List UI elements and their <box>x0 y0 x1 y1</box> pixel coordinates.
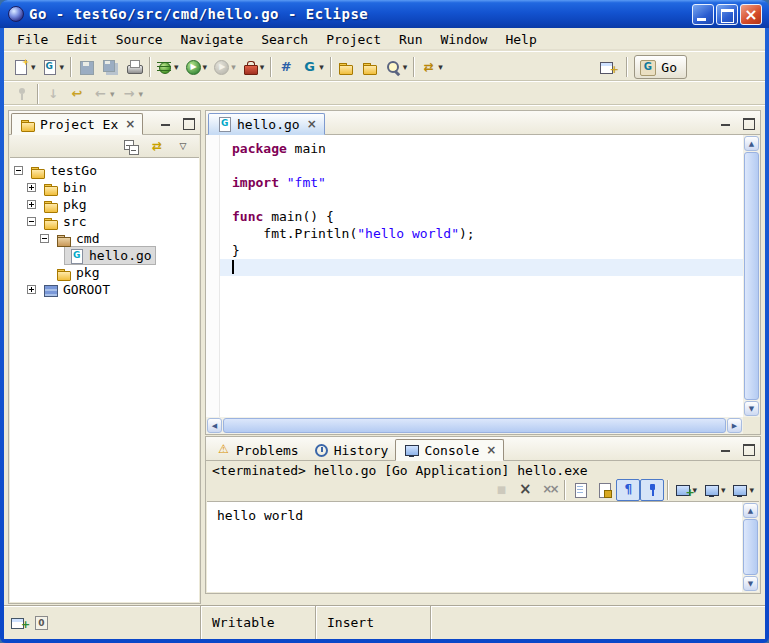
new-go-element-button[interactable]: ▾ <box>39 56 68 78</box>
new-console-view-button[interactable]: ▾ <box>728 479 757 501</box>
dropdown-arrow-icon[interactable]: ▾ <box>60 62 65 72</box>
minimize-window-button[interactable] <box>692 4 714 25</box>
code-line[interactable] <box>220 157 743 174</box>
pin-editor-button[interactable] <box>10 83 34 105</box>
tree-row[interactable]: testGo <box>10 162 199 179</box>
title-bar[interactable]: Go - testGo/src/cmd/hello.go - Eclipse <box>0 0 769 28</box>
tree-expander-icon[interactable] <box>14 166 23 175</box>
editor-horizontal-scrollbar[interactable] <box>206 417 743 434</box>
new-go-app-button[interactable] <box>274 56 298 78</box>
tree-row[interactable]: pkg <box>10 196 199 213</box>
close-tab-icon[interactable]: × <box>486 444 496 456</box>
forward-button[interactable]: ▾ <box>118 83 147 105</box>
code-line[interactable]: } <box>220 242 743 259</box>
dropdown-arrow-icon[interactable]: ▾ <box>721 485 726 495</box>
open-perspective-button[interactable] <box>595 56 619 78</box>
next-annotation-button[interactable] <box>41 83 65 105</box>
link-with-editor-button[interactable] <box>145 135 169 157</box>
tree-row[interactable]: hello.go <box>10 247 199 264</box>
tree-item[interactable]: hello.go <box>65 247 155 264</box>
dropdown-arrow-icon[interactable]: ▾ <box>403 62 408 72</box>
print-button[interactable] <box>122 56 146 78</box>
tree-item[interactable]: pkg <box>39 196 89 213</box>
menu-help[interactable]: Help <box>496 29 545 50</box>
dropdown-arrow-icon[interactable]: ▾ <box>260 62 265 72</box>
scroll-down-icon[interactable] <box>743 576 758 591</box>
go-perspective-button[interactable]: Go <box>634 55 687 79</box>
code-line[interactable]: package main <box>220 140 743 157</box>
save-button[interactable] <box>74 56 98 78</box>
tree-expander-icon[interactable] <box>40 234 49 243</box>
annotation-ruler[interactable] <box>206 135 220 417</box>
tree-expander-icon[interactable] <box>27 217 36 226</box>
tree-expander-icon[interactable] <box>27 285 36 294</box>
dropdown-arrow-icon[interactable]: ▾ <box>174 62 179 72</box>
close-tab-icon[interactable]: × <box>307 118 317 130</box>
scroll-lock-button[interactable] <box>592 479 616 501</box>
code-line[interactable] <box>220 259 743 276</box>
tree-item[interactable]: cmd <box>52 230 102 247</box>
maximize-window-button[interactable] <box>716 4 738 25</box>
scroll-down-icon[interactable] <box>744 401 759 416</box>
tree-row[interactable]: cmd <box>10 230 199 247</box>
code-line[interactable]: func main() { <box>220 208 743 225</box>
tab-console[interactable]: Console× <box>395 439 504 461</box>
minimize-console-button[interactable] <box>716 441 735 456</box>
remove-launch-button[interactable] <box>513 479 537 501</box>
team-sync-button[interactable]: ▾ <box>417 56 446 78</box>
display-console-button[interactable]: ▾ <box>700 479 729 501</box>
save-all-button[interactable] <box>98 56 122 78</box>
editor-body[interactable]: package mainimport "fmt"func main() { fm… <box>206 135 760 434</box>
go-wizard-button[interactable]: ▾ <box>298 56 327 78</box>
view-menu-button[interactable] <box>171 135 195 157</box>
scrollbar-thumb[interactable] <box>744 152 759 400</box>
remove-all-button[interactable] <box>537 479 561 501</box>
menu-window[interactable]: Window <box>431 29 496 50</box>
code-line[interactable] <box>220 191 743 208</box>
new-wizard-button[interactable]: ▾ <box>10 56 39 78</box>
external-tools-button[interactable]: ▾ <box>239 56 268 78</box>
code-line[interactable]: import "fmt" <box>220 174 743 191</box>
tree-item[interactable]: pkg <box>52 264 102 281</box>
dropdown-arrow-icon[interactable]: ▾ <box>139 89 144 99</box>
menu-file[interactable]: File <box>8 29 57 50</box>
menu-source[interactable]: Source <box>107 29 172 50</box>
tree-row[interactable]: pkg <box>10 264 199 281</box>
minimize-editor-button[interactable] <box>716 115 735 130</box>
maximize-editor-button[interactable] <box>738 115 757 130</box>
debug-button[interactable]: ▾ <box>153 56 182 78</box>
console-vertical-scrollbar[interactable] <box>742 502 759 592</box>
dropdown-arrow-icon[interactable]: ▾ <box>231 62 236 72</box>
minimize-view-button[interactable] <box>156 115 175 130</box>
tree-item[interactable]: testGo <box>26 162 100 179</box>
open-console-button[interactable]: ▾ <box>671 479 700 501</box>
scroll-left-icon[interactable] <box>207 418 222 433</box>
tree-item[interactable]: GOROOT <box>39 281 113 298</box>
dropdown-arrow-icon[interactable]: ▾ <box>749 485 754 495</box>
back-button[interactable]: ▾ <box>89 83 118 105</box>
word-wrap-button[interactable] <box>616 479 640 501</box>
close-window-button[interactable] <box>740 4 762 25</box>
close-tab-icon[interactable]: × <box>125 118 135 130</box>
run-last-button[interactable]: ▾ <box>210 56 239 78</box>
menu-project[interactable]: Project <box>317 29 390 50</box>
last-edit-location-button[interactable] <box>65 83 89 105</box>
code-area[interactable]: package mainimport "fmt"func main() { fm… <box>220 135 743 417</box>
tree-expander-icon[interactable] <box>27 200 36 209</box>
fast-view-icon[interactable] <box>10 615 27 631</box>
collapse-all-button[interactable] <box>119 135 143 157</box>
console-output[interactable]: hello world <box>207 501 759 592</box>
dropdown-arrow-icon[interactable]: ▾ <box>31 62 36 72</box>
dropdown-arrow-icon[interactable]: ▾ <box>438 62 443 72</box>
maximize-view-button[interactable] <box>178 115 197 130</box>
menu-run[interactable]: Run <box>390 29 431 50</box>
terminate-button[interactable] <box>489 479 513 501</box>
scrollbar-thumb[interactable] <box>223 418 726 433</box>
tree-row[interactable]: src <box>10 213 199 230</box>
menu-search[interactable]: Search <box>252 29 317 50</box>
scroll-right-icon[interactable] <box>727 418 742 433</box>
open-folder-button[interactable] <box>358 56 382 78</box>
clear-console-button[interactable] <box>568 479 592 501</box>
dropdown-arrow-icon[interactable]: ▾ <box>319 62 324 72</box>
menu-navigate[interactable]: Navigate <box>172 29 253 50</box>
